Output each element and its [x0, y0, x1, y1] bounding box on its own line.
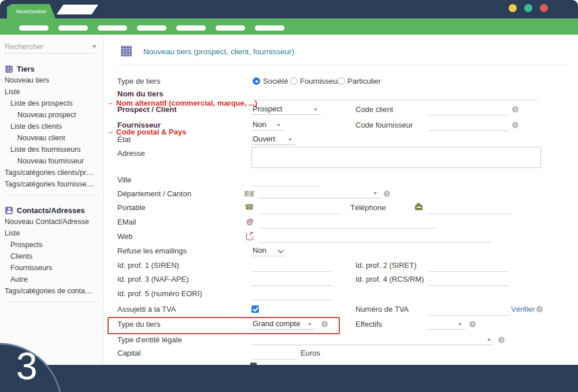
portable-input[interactable] [258, 204, 341, 214]
nav-menu-item-redacted[interactable] [58, 25, 88, 31]
field-label-type-entite-legale: Type d'entité légale [117, 335, 182, 344]
field-label-code-fournisseur: Code fournisseur [355, 121, 413, 129]
sidebar-section-tiers: Tiers [0, 63, 103, 74]
nav-menu-item-redacted[interactable] [255, 25, 284, 31]
email-input[interactable] [258, 219, 438, 229]
nav-menu-item-redacted[interactable] [216, 25, 245, 31]
sidebar-section-contacts: Contacts/Adresses [0, 204, 103, 216]
tab-redacted[interactable] [57, 5, 98, 14]
refuse-emailings-select[interactable]: Non [251, 246, 285, 256]
id-prof-5-input[interactable] [251, 290, 332, 300]
sidebar-item-tags-fournisseurs[interactable]: Tags/catégories fournisse… [0, 178, 103, 190]
nav-menu-item-redacted[interactable] [176, 25, 206, 31]
section-title: Tiers [17, 65, 35, 73]
app-tab-label: NextGestion [16, 8, 46, 14]
field-label-type-du-tiers: Type du tiers [117, 320, 160, 328]
capital-input[interactable] [251, 350, 297, 360]
info-icon[interactable] [512, 122, 518, 128]
web-input[interactable] [258, 233, 491, 243]
info-icon[interactable] [512, 106, 518, 113]
etat-select[interactable]: Ouvert [251, 135, 295, 145]
selected-value: Prospect [251, 104, 282, 113]
section-title: Contacts/Adresses [17, 206, 85, 215]
field-label-capital: Capital [117, 349, 140, 357]
sidebar-item-nouveau-client[interactable]: Nouveau client [0, 132, 103, 144]
field-label-prospect-client: Prospect / Client [117, 105, 177, 114]
sidebar-divider [5, 195, 97, 195]
prospect-client-select[interactable]: Prospect [251, 104, 321, 115]
nav-menu-item-redacted[interactable] [137, 25, 166, 31]
selected-value: Grand compte [251, 319, 300, 328]
fax-icon [415, 205, 423, 210]
sidebar-item-liste-des-fournisseurs[interactable]: Liste des fournisseurs [0, 144, 103, 155]
nav-menu-item-redacted[interactable] [98, 25, 127, 31]
sidebar-item-tags-contacts[interactable]: Tags/catégories de conta… [0, 285, 103, 297]
app-window: NextGestion Rechercher ▾ Tiers Nouveau t… [0, 0, 578, 392]
verifier-link[interactable]: Vérifier [511, 305, 535, 313]
id-prof-4-input[interactable] [428, 276, 509, 286]
id-prof-1-input[interactable] [251, 262, 332, 272]
code-client-input[interactable] [428, 106, 509, 115]
effectifs-select[interactable] [428, 319, 465, 330]
chevron-down-icon [308, 323, 312, 327]
numero-tva-input[interactable] [428, 306, 509, 316]
field-label-assujetti-tva: Assujetti à la TVA [117, 305, 176, 313]
chevron-down-icon [278, 248, 284, 253]
sidebar-item-nouveau-prospect[interactable]: Nouveau prospect [0, 109, 103, 121]
sidebar-item-clients[interactable]: Clients [0, 251, 103, 262]
app-tab[interactable]: NextGestion [7, 4, 55, 18]
assujetti-tva-checkbox[interactable] [251, 305, 259, 313]
sidebar: Rechercher ▾ Tiers Nouveau tiers Liste L… [0, 35, 103, 365]
chevron-down-icon [314, 109, 317, 113]
fournisseur-select[interactable]: Non [251, 120, 284, 130]
departement-select[interactable] [258, 188, 380, 199]
sidebar-item-fournisseurs[interactable]: Fournisseurs [0, 262, 103, 274]
id-prof-3-input[interactable] [251, 276, 332, 286]
code-fournisseur-input[interactable] [428, 121, 509, 131]
sidebar-item-nouveau-fournisseur[interactable]: Nouveau fournisseur [0, 155, 103, 167]
footer-bar [0, 365, 578, 392]
field-label-id-prof-3: Id. prof. 3 (NAF-APE) [117, 275, 189, 283]
ville-input[interactable] [251, 177, 320, 186]
window-close-button[interactable] [540, 4, 548, 12]
info-icon[interactable] [536, 306, 543, 312]
field-label-ville: Ville [117, 176, 131, 184]
telephone-input[interactable] [426, 204, 512, 214]
main-nav [0, 18, 578, 35]
chevron-down-icon [288, 139, 292, 143]
sidebar-item-autre[interactable]: Autre [0, 274, 103, 285]
building-icon [5, 65, 13, 73]
type-entite-legale-select[interactable] [251, 335, 494, 345]
search-input[interactable]: Rechercher ▾ [5, 42, 97, 54]
field-label-nom-du-tiers: Nom du tiers [117, 89, 163, 98]
header-divider [118, 65, 569, 65]
radio-particulier[interactable] [338, 77, 345, 85]
window-maximize-button[interactable] [524, 4, 532, 12]
sidebar-item-nouveau-tiers[interactable]: Nouveau tiers [0, 74, 103, 86]
chevron-down-icon [487, 339, 491, 343]
selected-value: Ouvert [251, 135, 275, 143]
adresse-textarea[interactable] [251, 147, 541, 168]
nav-menu-item-redacted[interactable] [19, 25, 49, 31]
sidebar-item-liste-contacts[interactable]: Liste [0, 227, 103, 239]
sidebar-item-nouveau-contact[interactable]: Nouveau Contact/Adresse [0, 216, 103, 227]
contacts-icon [5, 207, 13, 214]
sidebar-item-prospects[interactable]: Prospects [0, 239, 103, 251]
field-label-web: Web [117, 232, 133, 241]
selected-value: Non [251, 120, 266, 129]
sidebar-item-liste[interactable]: Liste [0, 86, 103, 98]
field-label-email: EMail [117, 218, 136, 226]
sidebar-item-tags-clients[interactable]: Tags/catégories clients/pr… [0, 167, 103, 178]
sidebar-item-liste-des-prospects[interactable]: Liste des prospects [0, 98, 103, 109]
info-icon[interactable] [321, 321, 328, 327]
id-prof-2-input[interactable] [428, 262, 509, 272]
info-icon[interactable] [384, 191, 390, 197]
info-icon[interactable] [498, 337, 505, 343]
window-minimize-button[interactable] [509, 4, 517, 12]
type-du-tiers-select[interactable]: Grand compte [251, 319, 315, 330]
nom-du-tiers-input[interactable] [253, 91, 538, 100]
radio-fournisseur[interactable] [290, 77, 298, 85]
sidebar-item-liste-des-clients[interactable]: Liste des clients [0, 121, 103, 132]
info-icon[interactable] [469, 321, 476, 327]
radio-societe[interactable] [253, 77, 260, 85]
